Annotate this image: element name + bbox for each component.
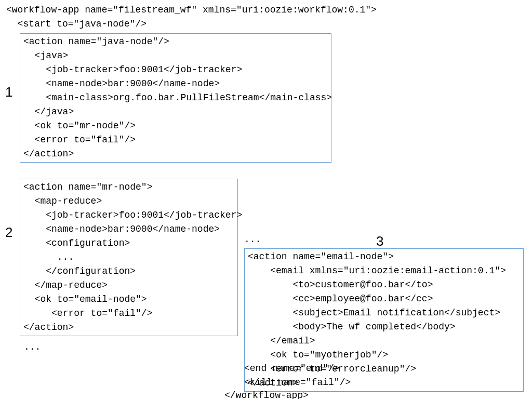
code-line: <java>: [23, 49, 328, 63]
code-line: </map-reduce>: [23, 278, 234, 292]
code-line: <action name="mr-node">: [23, 180, 234, 194]
code-line: <name-node>bar:9000</name-node>: [23, 77, 328, 91]
code-line: </configuration>: [23, 264, 234, 278]
code-line: <error to="fail"/>: [23, 307, 234, 321]
step-label-2: 2: [5, 222, 12, 243]
code-line: </action>: [23, 321, 234, 335]
code-box-mr-node: <action name="mr-node"> <map-reduce> <jo…: [20, 179, 238, 336]
code-line: </workflow-app>: [224, 389, 309, 399]
code-line: <map-reduce>: [23, 194, 234, 208]
code-line: <ok to="email-node">: [23, 292, 234, 307]
code-line: <end name="end"/>: [244, 362, 351, 376]
code-line: <body>The wf completed</body>: [248, 320, 520, 334]
code-line: <job-tracker>foo:9001</job-tracker>: [23, 208, 234, 222]
code-line: <workflow-app name="filestream_wf" xmlns…: [6, 3, 377, 17]
code-line: <subject>Email notification</subject>: [248, 306, 520, 320]
code-line: <job-tracker>foo:9001</job-tracker>: [23, 63, 328, 77]
code-line: <kill name="fail"/>: [244, 376, 351, 390]
code-line: <configuration>: [23, 236, 234, 250]
code-line: <start to="java-node"/>: [6, 17, 377, 31]
code-line: <name-node>bar:9000</name-node>: [23, 222, 234, 236]
code-line: ...: [23, 250, 234, 264]
code-line: <ok to="mr-node"/>: [23, 119, 328, 133]
ellipsis: ...: [24, 340, 41, 354]
code-line: <main-class>org.foo.bar.PullFileStream</…: [23, 91, 328, 105]
step-label-1: 1: [5, 82, 12, 102]
code-line: <ok to="myotherjob"/>: [248, 348, 520, 362]
code-line: <cc>employee@foo.bar</cc>: [248, 292, 520, 306]
code-line: </java>: [23, 105, 328, 119]
code-line: <to>customer@foo.bar</to>: [248, 278, 520, 292]
footer-block: <end name="end"/> <kill name="fail"/>: [244, 362, 351, 390]
code-line: </email>: [248, 334, 520, 348]
code-line: <email xmlns="uri:oozie:email-action:0.1…: [248, 264, 520, 278]
ellipsis: ...: [244, 233, 261, 247]
header-block: <workflow-app name="filestream_wf" xmlns…: [6, 3, 377, 31]
code-line: <action name="java-node"/>: [23, 35, 328, 49]
code-line: </action>: [23, 147, 328, 161]
code-line: <error to="fail"/>: [23, 133, 328, 147]
code-box-java-node: <action name="java-node"/> <java> <job-t…: [20, 33, 331, 163]
code-line: <action name="email-node">: [248, 250, 520, 264]
